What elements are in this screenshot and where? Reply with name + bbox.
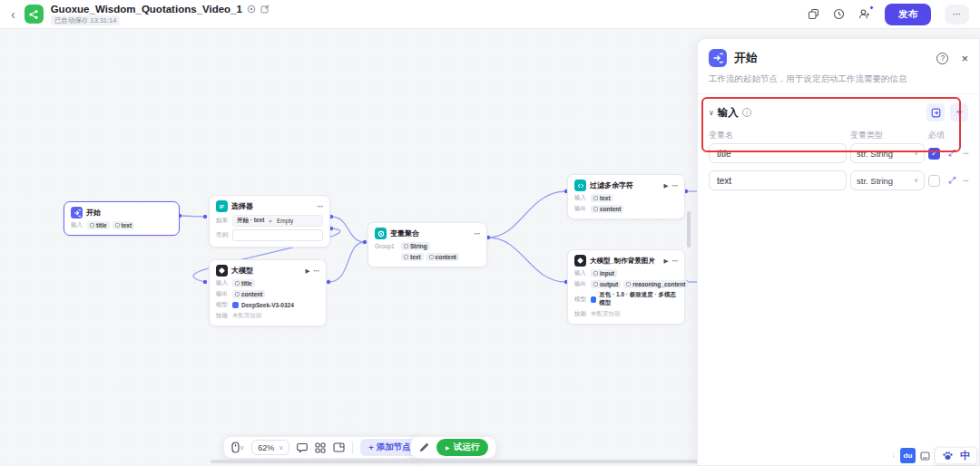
variable-name-input[interactable]: [709, 143, 847, 163]
test-run-button[interactable]: ▶试运行: [436, 439, 488, 456]
variable-tag: text: [113, 221, 135, 229]
edge-aggregate-filter: [488, 191, 566, 238]
node-llm[interactable]: 大模型 ▶⋯ 输入 title 输出 content 模型 DeepSeek-V…: [209, 259, 327, 326]
top-bar: ‹ Guoxue_Wisdom_Quotations_Video_1 已自动保存…: [0, 0, 980, 29]
model-label: 模型: [574, 296, 588, 304]
auto-layout-icon[interactable]: [315, 442, 326, 453]
node-title: 变量聚合: [390, 228, 419, 238]
zoom-select[interactable]: 62%∨: [251, 440, 289, 455]
remove-row-icon[interactable]: −: [961, 147, 970, 160]
help-icon[interactable]: ?: [936, 53, 948, 64]
history-icon[interactable]: [833, 8, 845, 20]
variable-tag: content: [232, 290, 265, 298]
string-type-icon: [235, 281, 240, 286]
ime-language-indicator[interactable]: 中: [960, 449, 970, 462]
condition-operator: ≠: [269, 218, 272, 224]
variable-name-input[interactable]: [709, 170, 847, 190]
condition-box[interactable]: 开始 · text ≠ Empty: [232, 215, 323, 227]
input-row: str. String∨ ✓ ⤢ −: [709, 143, 968, 163]
ime-drag-handle[interactable]: ⁞: [893, 451, 896, 460]
node-more-icon[interactable]: ⋯: [672, 182, 679, 189]
more-button[interactable]: ⋯: [945, 5, 969, 24]
node-more-icon[interactable]: ⋯: [318, 203, 324, 210]
back-icon[interactable]: ‹: [11, 8, 15, 21]
variable-tag: content: [426, 253, 459, 261]
add-input-button[interactable]: +: [950, 103, 968, 121]
variable-tag: title: [87, 221, 110, 229]
io-label: 输入: [574, 269, 588, 277]
workflow-app-icon: [24, 5, 44, 24]
io-label: 输入: [574, 194, 588, 202]
title-info-icon[interactable]: [247, 5, 256, 14]
node-run-icon[interactable]: ▶: [306, 267, 310, 275]
collaborate-icon[interactable]: [858, 8, 871, 20]
input-row: str. String∨ ⤢ −: [709, 170, 968, 190]
minimap-icon[interactable]: [333, 442, 345, 452]
ime-window-icon[interactable]: [920, 451, 930, 461]
node-start[interactable]: 开始 输入 title text: [64, 201, 180, 236]
skill-label: 技能: [574, 310, 588, 318]
debug-tool-icon[interactable]: [418, 442, 429, 453]
node-more-icon[interactable]: ⋯: [672, 257, 679, 265]
input-section-label: 输入: [718, 106, 739, 120]
skill-value: 未配置技能: [232, 312, 262, 320]
group-label: Group1: [375, 243, 398, 249]
comment-icon[interactable]: [297, 442, 308, 453]
baidu-ime-icon[interactable]: du: [900, 448, 916, 463]
autosave-badge: 已自动保存 13:31:14: [51, 15, 121, 25]
if-label: 如果: [216, 217, 230, 225]
variable-type-select[interactable]: str. String∨: [850, 170, 925, 190]
node-bg-llm[interactable]: 大模型_制作背景图片 ▶⋯ 输入 input 输出 output reasoni…: [567, 249, 685, 325]
duplicate-icon[interactable]: [808, 8, 819, 20]
column-type: 变量类型: [850, 130, 925, 141]
node-run-icon[interactable]: ▶: [664, 257, 669, 265]
node-selector[interactable]: IF 选择器 ⋯ 如果 开始 · text ≠ Empty 否则: [209, 195, 330, 248]
edge-aggregate-bgllm: [488, 238, 566, 282]
string-type-icon: [235, 292, 240, 296]
ime-toolbar: ⁞ du 中: [893, 447, 977, 464]
ime-panel: 中: [935, 447, 977, 464]
expand-icon[interactable]: ⤢: [946, 148, 957, 159]
skill-value: 未配置技能: [591, 310, 621, 318]
io-label: 输入: [216, 279, 230, 287]
required-checkbox-unchecked[interactable]: [928, 175, 940, 187]
column-name: 变量名: [709, 130, 847, 141]
variable-tag: String: [401, 242, 430, 250]
expand-icon[interactable]: ⤢: [946, 175, 957, 186]
top-bar-actions: 发布 ⋯: [808, 4, 969, 25]
node-run-icon[interactable]: ▶: [664, 182, 669, 189]
workflow-title: Guoxue_Wisdom_Quotations_Video_1: [51, 4, 242, 15]
node-more-icon[interactable]: ⋯: [475, 230, 481, 238]
else-branch-box[interactable]: [232, 229, 323, 241]
deepseek-icon: [232, 302, 239, 308]
start-node-icon: [71, 207, 83, 218]
close-icon[interactable]: ×: [961, 53, 968, 64]
ime-paw-icon[interactable]: [942, 448, 954, 464]
node-aggregate[interactable]: 变量聚合 ⋯ Group1 String text content: [368, 222, 487, 267]
string-type-icon: [593, 271, 598, 276]
io-label: 输入: [71, 221, 84, 229]
variable-type-select[interactable]: str. String∨: [850, 143, 925, 163]
node-filter[interactable]: 过滤多余字符 ▶⋯ 输入 text 输出 content: [567, 174, 685, 219]
publish-button[interactable]: 发布: [885, 4, 931, 25]
skill-label: 技能: [216, 312, 230, 320]
pointer-mode-icon[interactable]: ∨: [231, 442, 244, 453]
batch-edit-icon[interactable]: [926, 103, 945, 121]
doubao-icon: [591, 296, 596, 303]
node-more-icon[interactable]: ⋯: [314, 267, 320, 275]
remove-row-icon[interactable]: −: [961, 174, 970, 187]
required-checkbox-checked[interactable]: ✓: [928, 148, 940, 160]
llm-node-icon: [574, 255, 586, 267]
edge-llm-aggregate: [328, 242, 365, 282]
io-label: 输出: [574, 280, 588, 288]
title-edit-icon[interactable]: [260, 5, 270, 14]
aggregate-node-icon: [375, 228, 387, 239]
collapse-chevron-icon[interactable]: ∨: [709, 109, 714, 117]
vertical-scrollbar[interactable]: [687, 211, 691, 248]
string-type-icon: [404, 244, 408, 248]
title-block: Guoxue_Wisdom_Quotations_Video_1 已自动保存 1…: [51, 4, 270, 25]
string-type-icon: [593, 282, 598, 286]
variable-tag: text: [401, 253, 424, 261]
model-value: 豆包 · 1.6 · 极致速度 · 多模态模型: [591, 291, 678, 307]
variable-tag: text: [591, 194, 613, 202]
